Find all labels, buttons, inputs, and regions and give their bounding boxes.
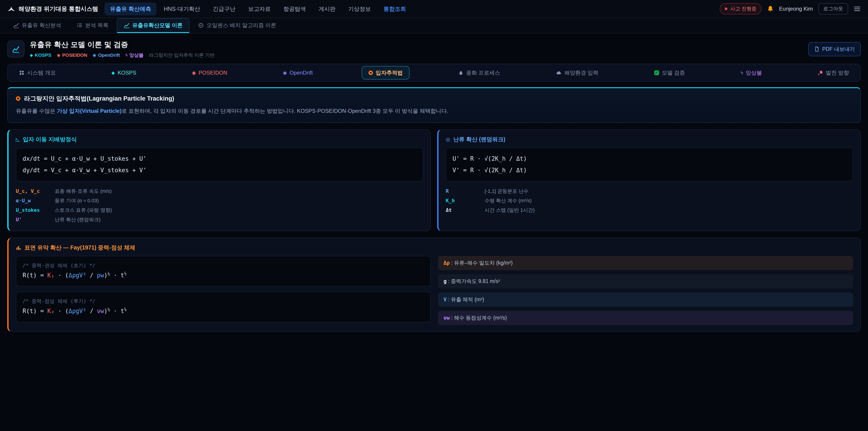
hamburger-menu-button[interactable] bbox=[854, 5, 861, 12]
tab-system-overview[interactable]: 시스템 개요 bbox=[12, 66, 63, 80]
legend-term: U' bbox=[16, 217, 55, 222]
subtab-boom-algorithm-theory[interactable]: 오일펜스 배치 알고리즘 이론 bbox=[191, 18, 283, 33]
fay-formula-column: /* 중력-관성 체제 (초기) */ R(t) = K₁ · (ΔρgV² /… bbox=[16, 256, 431, 322]
wing-logo-icon bbox=[7, 6, 16, 12]
tab-opendrift[interactable]: ◉ OpenDrift bbox=[276, 66, 319, 79]
nav-item-board[interactable]: 게시판 bbox=[313, 2, 341, 16]
governing-legend: U_c, V_c 표층 해류·조류 속도 (m/s) α·U_w 풍류 기여 (… bbox=[16, 186, 423, 224]
fay-content-grid: /* 중력-관성 체제 (초기) */ R(t) = K₁ · (ΔρgV² /… bbox=[16, 256, 853, 325]
formula-token: R(t) = bbox=[23, 308, 48, 314]
incident-dot-icon bbox=[725, 7, 727, 10]
equation-line: dy/dt = V_c + α·V_w + V_stokes + V' bbox=[23, 164, 416, 176]
subtab-analysis-list[interactable]: 분석 목록 bbox=[70, 18, 115, 33]
kosps-diamond-icon: ◆ bbox=[30, 53, 33, 58]
tab-kosps[interactable]: ◆ KOSPS bbox=[105, 66, 143, 79]
boom-circle-icon bbox=[198, 22, 204, 28]
nav-item-emergency-rescue[interactable]: 긴급구난 bbox=[208, 2, 241, 16]
bar-chart-icon bbox=[16, 245, 21, 250]
red-dot-icon: ◉ bbox=[192, 70, 196, 75]
turbulence-card-title-row: ◎ 난류 확산 (랜덤워크) bbox=[446, 135, 853, 143]
tab-label: 시스템 개요 bbox=[27, 69, 56, 76]
fay-spreading-card: 표면 유막 확산 — Fay(1971) 중력-점성 체제 /* 중력-관성 체… bbox=[7, 238, 861, 332]
badge-label: OpenDrift bbox=[98, 53, 120, 58]
tab-model-validation[interactable]: ✓ 모델 검증 bbox=[647, 66, 692, 80]
grid-icon bbox=[19, 70, 24, 75]
nav-item-weather-info[interactable]: 기상정보 bbox=[343, 2, 376, 16]
tab-label: 모델 검증 bbox=[662, 69, 685, 76]
card-title: 입자 이동 지배방정식 bbox=[23, 135, 77, 143]
pdf-export-button[interactable]: PDF 내보내기 bbox=[808, 42, 861, 56]
blue-dot-icon: ◉ bbox=[283, 70, 287, 75]
subtab-label: 유출유확산모델 이론 bbox=[132, 22, 183, 29]
formula-token: ) bbox=[104, 308, 107, 314]
param-row-density-difference: Δρ: 유류–해수 밀도차 (kg/m³) bbox=[438, 256, 853, 270]
notification-bell-button[interactable] bbox=[767, 5, 774, 12]
subtab-diffusion-model-theory[interactable]: 유출유확산모델 이론 bbox=[117, 18, 189, 33]
tab-weathering-process[interactable]: 풍화 프로세스 bbox=[452, 66, 507, 80]
legend-term: U_c, V_c bbox=[16, 188, 55, 194]
tab-ensemble[interactable]: ϟ 앙상블 bbox=[734, 66, 769, 80]
equation-line: U' = R · √(2K_h / Δt) bbox=[453, 153, 846, 164]
subtab-label: 오일펜스 배치 알고리즘 이론 bbox=[207, 22, 276, 29]
diamond-icon: ◆ bbox=[112, 70, 115, 75]
tab-label: POSEIDON bbox=[199, 70, 227, 76]
cloud-icon bbox=[556, 70, 562, 75]
badge-opendrift: ◉ OpenDrift bbox=[93, 53, 120, 58]
bell-icon bbox=[767, 5, 774, 12]
list-icon bbox=[76, 22, 83, 28]
intro-text-post: 로 표현하여, 각 입자의 이동 경로를 시간 단계마다 추적하는 방법입니다.… bbox=[122, 108, 448, 114]
legend-row: Δt 시간 스텝 (일반 1시간) bbox=[446, 206, 853, 215]
opendrift-dot-icon: ◉ bbox=[93, 53, 96, 58]
logout-button[interactable]: 로그아웃 bbox=[818, 3, 848, 14]
legend-row: U' 난류 확산 (랜덤워크) bbox=[16, 215, 423, 224]
formula-token: R(t) = bbox=[23, 272, 48, 279]
nav-item-hns-atmospheric[interactable]: HNS·대기확산 bbox=[158, 2, 206, 16]
param-term: Δρ bbox=[443, 260, 450, 266]
param-row-gravity: g: 중력가속도 9.81 m/s² bbox=[438, 274, 853, 288]
legend-term: K_h bbox=[446, 198, 485, 204]
formula-token: / bbox=[86, 272, 97, 279]
pdf-export-label: PDF 내보내기 bbox=[822, 45, 855, 53]
tab-poseidon[interactable]: ◉ POSEIDON bbox=[185, 66, 234, 79]
fay-gravity-viscous-block: /* 중력-점성 체제 (후기) */ R(t) = K₂ · (ΔρgV² /… bbox=[16, 291, 431, 322]
code-comment: /* 중력-점성 체제 (후기) */ bbox=[23, 297, 424, 305]
fay-gravity-inertia-block: /* 중력-관성 체제 (초기) */ R(t) = K₁ · (ΔρgV² /… bbox=[16, 256, 431, 286]
page-title: 유출유 확산 모델 이론 및 검증 bbox=[30, 40, 215, 50]
intro-text-pre: 유출유를 수많은 bbox=[16, 108, 57, 114]
formula-exponent: ⅙ bbox=[107, 307, 110, 312]
intro-heading: 라그랑지안 입자추적법(Lagrangian Particle Tracking… bbox=[16, 94, 852, 102]
droplet-icon bbox=[458, 70, 463, 75]
subtab-spill-analysis[interactable]: 유출유 확산분석 bbox=[6, 18, 68, 33]
page-icon-tile bbox=[7, 40, 24, 58]
incident-status-badge[interactable]: 사고 진행중 bbox=[720, 3, 761, 14]
turbulent-diffusion-card: ◎ 난류 확산 (랜덤워크) U' = R · √(2K_h / Δt) V' … bbox=[437, 129, 861, 231]
main-menu: 유출유 확산예측 HNS·대기확산 긴급구난 보고자료 항공탐색 게시판 기상정… bbox=[104, 2, 411, 16]
badge-label: POSEIDON bbox=[62, 53, 87, 58]
formula-token-denominator: ρw bbox=[97, 272, 104, 279]
subtab-label: 유출유 확산분석 bbox=[22, 22, 61, 29]
badge-kosps: ◆ KOSPS bbox=[30, 53, 51, 58]
formula-token: · t bbox=[110, 272, 124, 279]
legend-desc: 표층 해류·조류 속도 (m/s) bbox=[55, 188, 423, 194]
nav-item-reports[interactable]: 보고자료 bbox=[243, 2, 276, 16]
formula-token: · ( bbox=[55, 308, 69, 314]
rocket-icon bbox=[817, 70, 823, 75]
incident-badge-label: 사고 진행중 bbox=[730, 5, 756, 12]
code-comment: /* 중력-관성 체제 (초기) */ bbox=[23, 261, 424, 270]
lightning-icon: ϟ bbox=[741, 70, 743, 75]
lightning-icon: ϟ bbox=[125, 53, 128, 58]
equation-line: dx/dt = U_c + α·U_w + U_stokes + U' bbox=[23, 153, 416, 164]
formula-token: · ( bbox=[55, 272, 69, 279]
tab-roadmap[interactable]: 발전 방향 bbox=[811, 66, 856, 80]
badge-ensemble: ϟ 앙상블 bbox=[125, 52, 144, 58]
app-logo: 해양환경 위기대응 통합시스템 bbox=[7, 5, 98, 13]
nav-item-aerial-search[interactable]: 항공탐색 bbox=[278, 2, 311, 16]
tab-particle-tracking[interactable]: 입자추적법 bbox=[362, 66, 410, 80]
nav-item-integrated-search[interactable]: 통합조회 bbox=[378, 2, 412, 16]
nav-item-oil-spill-prediction[interactable]: 유출유 확산예측 bbox=[104, 2, 156, 16]
tab-ocean-environment-input[interactable]: 해양환경 입력 bbox=[549, 66, 605, 80]
param-desc: : 해수 동점성계수 (m²/s) bbox=[451, 315, 507, 321]
tab-label: 입자추적법 bbox=[376, 69, 403, 76]
topnav-right-cluster: 사고 진행중 Eunjeong Kim 로그아웃 bbox=[720, 3, 861, 14]
formula-exponent: ¼ bbox=[124, 307, 127, 312]
